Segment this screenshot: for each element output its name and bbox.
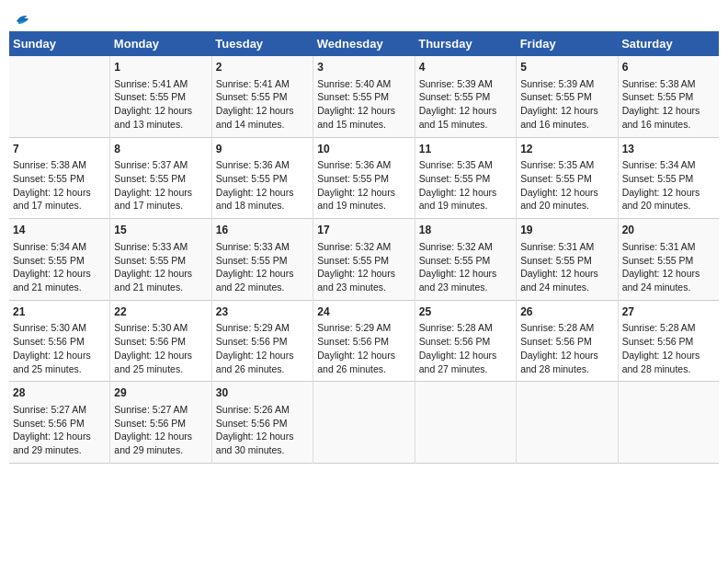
day-number: 22	[114, 304, 207, 320]
logo	[9, 9, 31, 24]
calendar-table: SundayMondayTuesdayWednesdayThursdayFrid…	[9, 31, 719, 464]
cell-text: Sunrise: 5:32 AM	[317, 240, 410, 254]
cell-text: and 26 minutes.	[216, 362, 309, 376]
calendar-cell	[415, 382, 516, 464]
calendar-cell: 29Sunrise: 5:27 AMSunset: 5:56 PMDayligh…	[110, 382, 211, 464]
cell-text: and 20 minutes.	[520, 199, 613, 213]
day-number: 9	[216, 142, 309, 157]
cell-text: and 21 minutes.	[114, 281, 207, 294]
day-number: 26	[520, 304, 613, 320]
calendar-cell: 13Sunrise: 5:34 AMSunset: 5:55 PMDayligh…	[618, 137, 719, 219]
day-number: 25	[419, 304, 512, 320]
calendar-cell: 3Sunrise: 5:40 AMSunset: 5:55 PMDaylight…	[313, 56, 415, 137]
calendar-cell: 12Sunrise: 5:35 AMSunset: 5:55 PMDayligh…	[517, 137, 618, 219]
day-number: 10	[317, 142, 410, 157]
cell-text: and 29 minutes.	[114, 443, 207, 457]
cell-text: and 22 minutes.	[216, 281, 309, 294]
cell-text: Daylight: 12 hours	[419, 349, 512, 362]
cell-text: Daylight: 12 hours	[419, 186, 512, 200]
cell-text: and 18 minutes.	[216, 199, 309, 213]
cell-text: Daylight: 12 hours	[622, 267, 715, 281]
cell-text: Sunset: 5:56 PM	[216, 335, 309, 349]
cell-text: Daylight: 12 hours	[13, 267, 106, 281]
calendar-cell: 27Sunrise: 5:28 AMSunset: 5:56 PMDayligh…	[618, 300, 719, 382]
cell-text: and 25 minutes.	[114, 362, 207, 376]
cell-text: Sunset: 5:56 PM	[419, 335, 512, 349]
cell-text: and 17 minutes.	[114, 199, 207, 213]
cell-text: Sunset: 5:56 PM	[622, 335, 715, 349]
calendar-body: 1Sunrise: 5:41 AMSunset: 5:55 PMDaylight…	[9, 56, 719, 463]
cell-text: Sunset: 5:56 PM	[114, 417, 207, 431]
cell-text: Sunrise: 5:33 AM	[216, 240, 309, 254]
calendar-cell: 19Sunrise: 5:31 AMSunset: 5:55 PMDayligh…	[517, 219, 618, 301]
calendar-cell: 10Sunrise: 5:36 AMSunset: 5:55 PMDayligh…	[313, 137, 415, 219]
cell-text: Daylight: 12 hours	[520, 186, 613, 200]
day-number: 17	[317, 223, 410, 238]
day-number: 29	[114, 385, 207, 401]
cell-text: and 16 minutes.	[622, 118, 715, 132]
cell-text: Daylight: 12 hours	[114, 430, 207, 443]
day-header-saturday: Saturday	[618, 31, 719, 56]
day-number: 6	[622, 60, 715, 75]
cell-text: Sunset: 5:55 PM	[114, 254, 207, 268]
day-number: 7	[13, 142, 106, 157]
cell-text: and 28 minutes.	[622, 362, 715, 376]
cell-text: Sunrise: 5:31 AM	[622, 240, 715, 254]
week-row-5: 28Sunrise: 5:27 AMSunset: 5:56 PMDayligh…	[9, 382, 719, 464]
day-number: 24	[317, 304, 410, 320]
calendar-cell: 16Sunrise: 5:33 AMSunset: 5:55 PMDayligh…	[211, 219, 313, 301]
cell-text: Sunset: 5:55 PM	[419, 90, 512, 104]
cell-text: Daylight: 12 hours	[13, 186, 106, 200]
cell-text: Sunset: 5:55 PM	[216, 254, 309, 268]
cell-text: Sunset: 5:56 PM	[520, 335, 613, 349]
day-number: 14	[13, 223, 106, 238]
week-row-1: 1Sunrise: 5:41 AMSunset: 5:55 PMDaylight…	[9, 56, 719, 137]
cell-text: and 16 minutes.	[520, 118, 613, 132]
calendar-cell: 21Sunrise: 5:30 AMSunset: 5:56 PMDayligh…	[9, 300, 110, 382]
cell-text: Sunset: 5:55 PM	[622, 90, 715, 104]
day-number: 19	[520, 223, 613, 238]
calendar-cell: 20Sunrise: 5:31 AMSunset: 5:55 PMDayligh…	[618, 219, 719, 301]
week-row-3: 14Sunrise: 5:34 AMSunset: 5:55 PMDayligh…	[9, 219, 719, 301]
cell-text: Sunset: 5:56 PM	[13, 417, 106, 431]
day-number: 15	[114, 223, 207, 238]
calendar-cell: 24Sunrise: 5:29 AMSunset: 5:56 PMDayligh…	[313, 300, 415, 382]
header	[9, 9, 719, 24]
day-number: 27	[622, 304, 715, 320]
calendar-cell	[9, 56, 110, 137]
cell-text: Sunset: 5:55 PM	[13, 254, 106, 268]
calendar-cell	[517, 382, 618, 464]
cell-text: Daylight: 12 hours	[622, 186, 715, 200]
cell-text: and 19 minutes.	[419, 199, 512, 213]
day-header-monday: Monday	[110, 31, 211, 56]
day-number: 16	[216, 223, 309, 238]
calendar-cell: 8Sunrise: 5:37 AMSunset: 5:55 PMDaylight…	[110, 137, 211, 219]
cell-text: Sunrise: 5:35 AM	[520, 158, 613, 172]
cell-text: Sunset: 5:55 PM	[520, 90, 613, 104]
calendar-cell: 2Sunrise: 5:41 AMSunset: 5:55 PMDaylight…	[211, 56, 313, 137]
cell-text: Sunrise: 5:28 AM	[419, 321, 512, 335]
calendar-cell: 30Sunrise: 5:26 AMSunset: 5:56 PMDayligh…	[211, 382, 313, 464]
cell-text: Daylight: 12 hours	[317, 104, 410, 118]
calendar-cell: 25Sunrise: 5:28 AMSunset: 5:56 PMDayligh…	[415, 300, 516, 382]
cell-text: Sunrise: 5:38 AM	[13, 158, 106, 172]
week-row-2: 7Sunrise: 5:38 AMSunset: 5:55 PMDaylight…	[9, 137, 719, 219]
cell-text: and 21 minutes.	[13, 281, 106, 294]
cell-text: Daylight: 12 hours	[13, 430, 106, 443]
cell-text: Sunrise: 5:39 AM	[419, 77, 512, 91]
day-number: 20	[622, 223, 715, 238]
cell-text: Sunrise: 5:38 AM	[622, 77, 715, 91]
cell-text: Sunset: 5:55 PM	[520, 254, 613, 268]
cell-text: Sunset: 5:55 PM	[622, 254, 715, 268]
cell-text: Daylight: 12 hours	[114, 349, 207, 362]
day-header-thursday: Thursday	[415, 31, 516, 56]
cell-text: Sunset: 5:56 PM	[114, 335, 207, 349]
cell-text: and 27 minutes.	[419, 362, 512, 376]
cell-text: Sunset: 5:55 PM	[622, 172, 715, 186]
calendar-cell: 22Sunrise: 5:30 AMSunset: 5:56 PMDayligh…	[110, 300, 211, 382]
cell-text: Sunrise: 5:36 AM	[216, 158, 309, 172]
cell-text: Sunrise: 5:29 AM	[317, 321, 410, 335]
cell-text: Sunset: 5:55 PM	[114, 172, 207, 186]
week-row-4: 21Sunrise: 5:30 AMSunset: 5:56 PMDayligh…	[9, 300, 719, 382]
cell-text: Sunrise: 5:41 AM	[216, 77, 309, 91]
